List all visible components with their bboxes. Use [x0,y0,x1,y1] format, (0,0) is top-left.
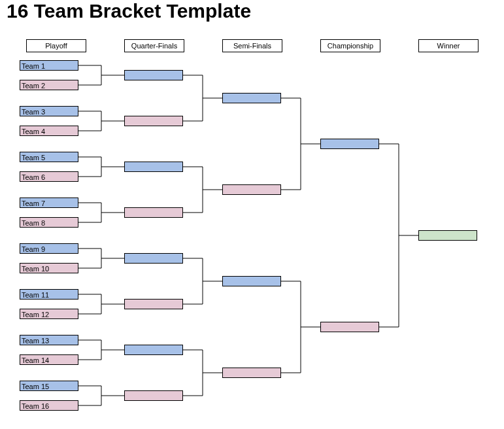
bracket-lines [0,0,504,429]
bracket-page: 16 Team Bracket Template Playoff Quarter… [0,0,504,429]
